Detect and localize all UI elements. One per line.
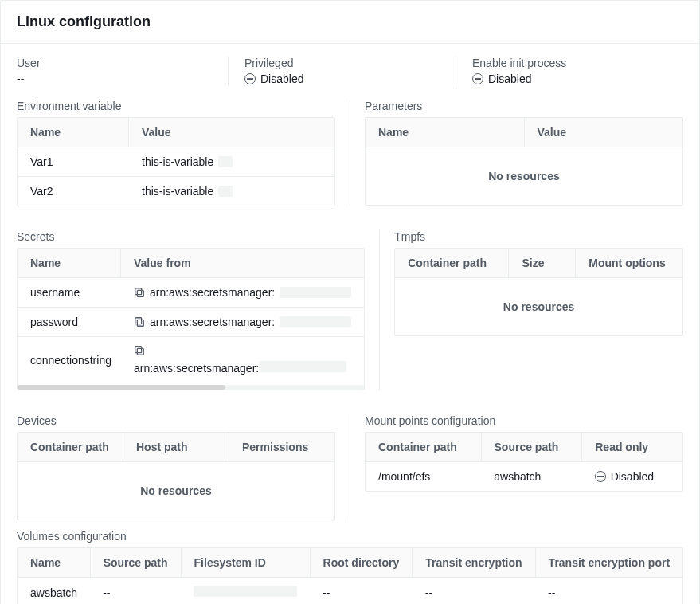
svg-rect-5 bbox=[137, 348, 143, 355]
cell-value: arn:aws:secretsmanager: bbox=[121, 278, 364, 307]
cell-value: arn:aws:secretsmanager: bbox=[121, 308, 364, 336]
parameters-label: Parameters bbox=[365, 100, 683, 112]
volumes-label: Volumes configuration bbox=[17, 530, 683, 543]
secrets-label: Secrets bbox=[17, 230, 365, 243]
copy-icon[interactable] bbox=[134, 287, 145, 298]
cell-transit-port: -- bbox=[535, 578, 682, 605]
env-table: Name Value Var1 this-is-variable Var2 th… bbox=[17, 117, 335, 206]
env-header-name[interactable]: Name bbox=[18, 118, 129, 147]
vol-header-transit[interactable]: Transit encryption bbox=[413, 548, 535, 578]
init-value: Disabled bbox=[472, 73, 667, 85]
init-process-field: Enable init process Disabled bbox=[456, 57, 683, 85]
parameters-header-name[interactable]: Name bbox=[366, 118, 525, 147]
privileged-label: Privileged bbox=[244, 57, 440, 69]
vol-header-fsid[interactable]: Filesystem ID bbox=[181, 548, 310, 578]
privileged-field: Privileged Disabled bbox=[228, 57, 456, 85]
table-row: /mount/efs awsbatch Disabled bbox=[366, 462, 682, 491]
parameters-empty: No resources bbox=[366, 147, 682, 205]
svg-rect-2 bbox=[135, 318, 142, 324]
vol-header-root[interactable]: Root directory bbox=[310, 548, 413, 578]
table-row: Var2 this-is-variable bbox=[18, 177, 334, 206]
cell-spath: awsbatch bbox=[481, 462, 581, 491]
svg-rect-4 bbox=[135, 347, 142, 353]
table-row: username arn:aws:secretsmanager: bbox=[18, 278, 364, 308]
tmpfs-header-options[interactable]: Mount options bbox=[576, 249, 682, 277]
tmpfs-empty: No resources bbox=[395, 278, 682, 335]
secrets-table: Name Value from username arn:aws:secrets… bbox=[17, 248, 365, 390]
disabled-icon bbox=[595, 471, 606, 482]
cell-name: password bbox=[18, 308, 121, 336]
cell-transit: -- bbox=[413, 578, 535, 605]
cell-cpath: /mount/efs bbox=[366, 462, 481, 491]
copy-icon[interactable] bbox=[134, 316, 145, 327]
init-label: Enable init process bbox=[472, 57, 667, 69]
secrets-header-name[interactable]: Name bbox=[18, 249, 121, 277]
devices-header-cpath[interactable]: Container path bbox=[18, 433, 123, 461]
tmpfs-header-path[interactable]: Container path bbox=[395, 249, 509, 277]
mounts-header-ro[interactable]: Read only bbox=[582, 433, 682, 461]
horizontal-scrollbar[interactable] bbox=[18, 385, 364, 390]
parameters-header-value[interactable]: Value bbox=[525, 118, 683, 147]
devices-empty: No resources bbox=[18, 462, 334, 520]
devices-label: Devices bbox=[17, 414, 335, 427]
mounts-table: Container path Source path Read only /mo… bbox=[365, 432, 683, 492]
cell-value: this-is-variable bbox=[129, 147, 334, 176]
table-row: Var1 this-is-variable bbox=[18, 147, 334, 177]
disabled-icon bbox=[244, 73, 256, 84]
parameters-table: Name Value No resources bbox=[365, 117, 683, 206]
cell-spath: -- bbox=[90, 578, 181, 605]
user-label: User bbox=[17, 57, 212, 69]
cell-name: Var1 bbox=[18, 147, 129, 176]
cell-value: arn:aws:secretsmanager: bbox=[121, 337, 364, 382]
table-row: awsbatch -- -- -- -- -- bbox=[18, 578, 682, 605]
mounts-header-spath[interactable]: Source path bbox=[482, 433, 583, 461]
user-value: -- bbox=[17, 73, 212, 85]
svg-rect-1 bbox=[137, 290, 143, 296]
page-title: Linux configuration bbox=[17, 14, 683, 30]
devices-header-hpath[interactable]: Host path bbox=[123, 433, 229, 461]
top-fields-row: User -- Privileged Disabled Enable init … bbox=[17, 57, 683, 85]
cell-value: this-is-variable bbox=[129, 177, 334, 206]
env-label: Environment variable bbox=[17, 100, 335, 112]
mounts-header-cpath[interactable]: Container path bbox=[366, 433, 482, 461]
cell-name: username bbox=[18, 278, 121, 307]
env-header-value[interactable]: Value bbox=[129, 118, 334, 147]
cell-name: connectionstring bbox=[18, 337, 121, 382]
user-field: User -- bbox=[17, 57, 228, 85]
volumes-table: Name Source path Filesystem ID Root dire… bbox=[17, 547, 683, 604]
linux-configuration-panel: Linux configuration User -- Privileged D… bbox=[0, 0, 700, 604]
vol-header-name[interactable]: Name bbox=[18, 548, 90, 578]
cell-root: -- bbox=[310, 578, 413, 605]
disabled-icon bbox=[472, 73, 483, 84]
secrets-header-value[interactable]: Value from bbox=[121, 249, 364, 277]
vol-header-transit-port[interactable]: Transit encryption port bbox=[535, 548, 682, 578]
svg-rect-3 bbox=[137, 320, 143, 326]
mounts-label: Mount points configuration bbox=[365, 414, 683, 427]
tmpfs-table: Container path Size Mount options No res… bbox=[394, 248, 683, 336]
panel-header: Linux configuration bbox=[1, 1, 699, 44]
cell-ro: Disabled bbox=[582, 462, 682, 491]
privileged-value: Disabled bbox=[244, 73, 440, 85]
table-row: password arn:aws:secretsmanager: bbox=[18, 308, 364, 337]
cell-fsid bbox=[181, 578, 310, 605]
cell-name: awsbatch bbox=[18, 578, 90, 605]
devices-header-perm[interactable]: Permissions bbox=[229, 433, 334, 461]
vol-header-spath[interactable]: Source path bbox=[90, 548, 181, 578]
devices-table: Container path Host path Permissions No … bbox=[17, 432, 335, 520]
copy-icon[interactable] bbox=[134, 345, 145, 356]
tmpfs-header-size[interactable]: Size bbox=[509, 249, 576, 277]
table-row: connectionstring arn:aws:secretsmanager: bbox=[18, 337, 364, 382]
tmpfs-label: Tmpfs bbox=[394, 230, 683, 243]
svg-rect-0 bbox=[135, 288, 142, 295]
cell-name: Var2 bbox=[18, 177, 129, 206]
